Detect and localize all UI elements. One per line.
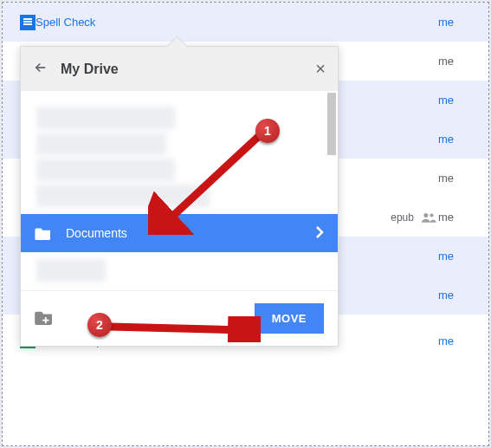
chevron-right-icon [315, 224, 324, 243]
new-folder-button[interactable] [35, 309, 54, 328]
owner-cell: me [438, 250, 471, 263]
folder-item-selected[interactable]: Documents [21, 214, 338, 252]
owner-cell: me [438, 334, 471, 347]
folder-item[interactable] [36, 107, 175, 129]
owner-cell: me [438, 16, 471, 29]
folder-item[interactable] [36, 133, 166, 155]
popup-title: My Drive [61, 62, 119, 77]
close-button[interactable]: × [315, 59, 326, 79]
annotation-badge-2: 2 [87, 313, 112, 337]
owner-cell: me [438, 55, 471, 68]
file-name: Spell Check [36, 16, 95, 29]
move-button[interactable]: MOVE [255, 303, 324, 334]
owner-cell: me [438, 133, 471, 146]
page-frame: Spell Check me me me me me epub me me me… [2, 2, 489, 446]
folder-icon [35, 226, 52, 240]
svg-rect-3 [42, 319, 48, 321]
owner-cell: me [438, 94, 471, 107]
annotation-badge-1: 1 [255, 119, 280, 143]
file-row[interactable]: Spell Check me [3, 3, 488, 42]
folder-label: Documents [66, 226, 127, 240]
move-popup: My Drive × Documents MOVE [20, 46, 339, 347]
popup-body: Documents [21, 91, 338, 282]
folder-item[interactable] [36, 159, 175, 181]
shared-icon [421, 211, 438, 224]
svg-point-0 [423, 213, 428, 218]
back-button[interactable] [33, 60, 48, 79]
folder-item[interactable] [36, 259, 106, 282]
popup-header: My Drive × [21, 47, 338, 91]
popup-footer: MOVE [21, 290, 338, 346]
file-ext: epub [391, 211, 414, 224]
owner-cell: me [438, 172, 471, 185]
folder-item[interactable] [36, 185, 210, 207]
svg-point-1 [430, 213, 433, 217]
owner-cell: me [438, 289, 471, 302]
scrollbar-thumb[interactable] [327, 93, 336, 155]
owner-cell: me [438, 211, 471, 224]
docs-icon [20, 15, 36, 30]
